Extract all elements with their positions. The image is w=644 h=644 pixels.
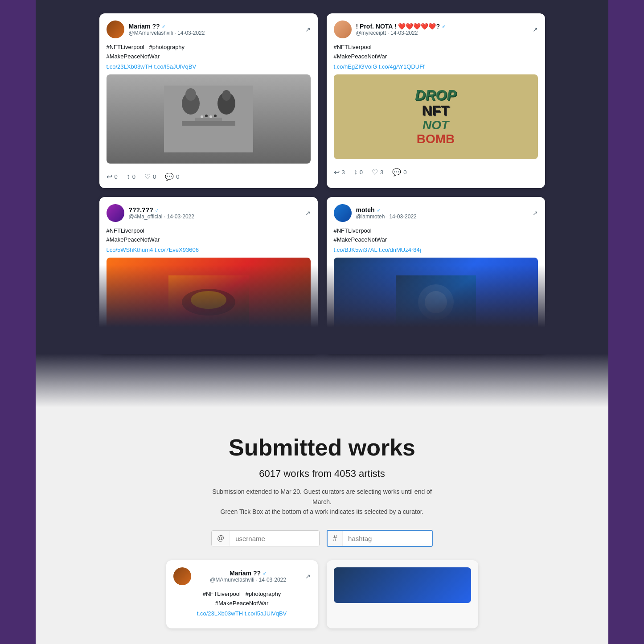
like-action-1[interactable]: ♡ 0 (144, 172, 156, 181)
nft-drop-bg: DROP NFT NOT BOMB (334, 74, 538, 159)
retweet-action-2[interactable]: ↕ 0 (354, 168, 363, 176)
comment-action-1[interactable]: 💬 0 (165, 172, 179, 181)
external-link-icon-1: ↗ (305, 26, 311, 33)
svg-point-8 (205, 115, 208, 117)
bottom-handle-date-1: @MAmurvelashvili · 14-03-2022 (196, 577, 301, 583)
chess-svg (164, 86, 253, 152)
avatar-4 (334, 204, 352, 222)
user-info-1: Mariam ?? ♂ @MAmurvelashvili · 14-03-202… (129, 23, 301, 36)
tweet-grid: Mariam ?? ♂ @MAmurvelashvili · 14-03-202… (99, 13, 545, 354)
gender-icon-2: ♂ (442, 24, 446, 30)
transition-section (0, 354, 644, 407)
gender-icon-3: ♂ (155, 207, 159, 213)
user-info-2: ! Prof. NOTA ! ❤️❤️❤️❤️❤️? ♂ @myreceiptt… (356, 23, 528, 36)
svg-rect-6 (195, 118, 222, 121)
avatar-3 (107, 204, 124, 222)
tweet-actions-1: ↩ 0 ↕ 0 ♡ 0 💬 0 (107, 169, 311, 181)
tweet-image-blue (334, 258, 538, 347)
svg-point-9 (209, 115, 212, 118)
tweet-link-3[interactable]: t.co/5WShKthum4 t.co/7EveX93606 (107, 246, 311, 253)
tweet-image-orange (107, 258, 311, 347)
comment-icon-1: 💬 (165, 172, 174, 181)
username-1: Mariam ?? ♂ (129, 23, 301, 30)
avatar-1 (107, 21, 124, 38)
hashtags-1: #NFTLiverpool #photography #MakePeaceNot… (107, 43, 311, 62)
hashtag-input[interactable] (343, 531, 432, 546)
tweet-link-1[interactable]: t.co/23LXb03wTH t.co/I5aJUlVqBV (107, 63, 311, 70)
hashtags-3: #NFTLiverpool #MakePeaceNotWar (107, 226, 311, 245)
hashtag-search-container: # 2art 2d 2danimation 2danimaton 2dart 2… (327, 530, 433, 547)
description-text: Submission extended to Mar 20. Guest cur… (211, 487, 434, 517)
blue-art-svg (396, 275, 476, 329)
bottom-user-info-1: Mariam ?? ♂ @MAmurvelashvili · 14-03-202… (196, 570, 301, 583)
dropdown-item-0[interactable]: 2art (327, 546, 432, 547)
bottom-tweet-header-1: Mariam ?? ♂ @MAmurvelashvili · 14-03-202… (173, 567, 311, 585)
bottom-tweet-grid: Mariam ?? ♂ @MAmurvelashvili · 14-03-202… (166, 560, 478, 628)
handle-date-1: @MAmurvelashvili · 14-03-2022 (129, 30, 301, 36)
stats-text: 6017 works from 4053 artists (9, 468, 635, 480)
tweet-link-4[interactable]: t.co/BJK5wi37AL t.co/dnMUz4r84j (334, 246, 538, 253)
bottom-tweet-card-2 (327, 560, 478, 628)
tweet-header-4: moteh ♂ @iammoteh · 14-03-2022 ↗ (334, 204, 538, 222)
user-info-4: moteh ♂ @iammoteh · 14-03-2022 (356, 206, 528, 220)
svg-point-4 (222, 90, 231, 101)
heart-icon-2: ♡ (372, 168, 378, 176)
svg-point-7 (201, 115, 203, 118)
retweet-icon-1: ↕ (127, 172, 130, 180)
submitted-title: Submitted works (9, 434, 635, 461)
left-border (0, 0, 36, 644)
username-3: ???.??? ♂ (129, 206, 301, 213)
tweet-card-1: Mariam ?? ♂ @MAmurvelashvili · 14-03-202… (99, 13, 318, 188)
at-symbol: @ (212, 531, 230, 546)
submitted-section: Submitted works 6017 works from 4053 art… (0, 407, 644, 644)
bottom-tweet-card-1: Mariam ?? ♂ @MAmurvelashvili · 14-03-202… (166, 560, 318, 628)
handle-date-3: @4Ma_official · 14-03-2022 (129, 213, 301, 220)
comment-icon-2: 💬 (392, 168, 401, 176)
nft-text-art: DROP NFT NOT BOMB (415, 87, 456, 146)
like-action-2[interactable]: ♡ 3 (372, 168, 383, 176)
handle-date-2: @myreceiptt · 14-03-2022 (356, 30, 528, 36)
retweet-icon-2: ↕ (354, 168, 357, 176)
tweet-card-2: ! Prof. NOTA ! ❤️❤️❤️❤️❤️? ♂ @myreceiptt… (327, 13, 545, 188)
svg-point-16 (425, 291, 447, 313)
hash-symbol: # (328, 531, 343, 546)
tweet-header-1: Mariam ?? ♂ @MAmurvelashvili · 14-03-202… (107, 21, 311, 38)
tweet-card-3: ???.??? ♂ @4Ma_official · 14-03-2022 ↗ #… (99, 197, 318, 354)
bottom-gender-icon: ♂ (263, 570, 267, 577)
works-text: works (349, 435, 415, 460)
username-4: moteh ♂ (356, 206, 528, 213)
external-link-icon-4: ↗ (533, 209, 538, 217)
svg-point-10 (214, 115, 217, 117)
svg-point-13 (191, 291, 226, 309)
tweet-card-4: moteh ♂ @iammoteh · 14-03-2022 ↗ #NFTLiv… (327, 197, 545, 354)
tweet-header-2: ! Prof. NOTA ! ❤️❤️❤️❤️❤️? ♂ @myreceiptt… (334, 21, 538, 38)
svg-rect-5 (182, 121, 235, 126)
bottom-username-1: Mariam ?? ♂ (196, 570, 301, 577)
retweet-action-1[interactable]: ↕ 0 (127, 172, 135, 181)
nft-drop-image: DROP NFT NOT BOMB (334, 74, 538, 159)
reply-action-1[interactable]: ↩ 0 (107, 172, 118, 181)
tweet-link-2[interactable]: t.co/hEgZIGVoiG t.co/4gAY1QDUFf (334, 63, 538, 70)
svg-point-2 (185, 88, 196, 101)
bottom-avatar-1 (173, 567, 191, 585)
hashtag-dropdown: 2art 2d 2danimation 2danimaton 2dart 2dd… (327, 546, 433, 547)
avatar-2 (334, 21, 352, 38)
orange-art-svg (168, 275, 249, 329)
handle-date-4: @iammoteh · 14-03-2022 (356, 213, 528, 220)
username-input[interactable] (230, 531, 319, 546)
hashtags-4: #NFTLiverpool #MakePeaceNotWar (334, 226, 538, 245)
reply-action-2[interactable]: ↩ 3 (334, 168, 345, 176)
bottom-hashtags-1: #NFTLiverpool #photography #MakePeaceNot… (173, 590, 311, 608)
right-border (608, 0, 644, 644)
username-search-container: @ (211, 530, 320, 546)
comment-action-2[interactable]: 💬 0 (392, 168, 406, 176)
tweet-image-chess (107, 74, 311, 164)
gender-icon-1: ♂ (161, 24, 165, 30)
user-info-3: ???.??? ♂ @4Ma_official · 14-03-2022 (129, 206, 301, 220)
search-row: @ # 2art 2d 2danimation 2danimaton 2dart… (9, 530, 635, 547)
bottom-cards-section: Mariam ?? ♂ @MAmurvelashvili · 14-03-202… (9, 560, 635, 644)
bottom-external-link-icon: ↗ (305, 573, 311, 580)
bottom-tweet-link[interactable]: t.co/23LXb03wTH t.co/I5aJUlVqBV (173, 610, 311, 617)
submitted-bold: Submitted (229, 435, 342, 460)
heart-icon-1: ♡ (144, 172, 151, 181)
